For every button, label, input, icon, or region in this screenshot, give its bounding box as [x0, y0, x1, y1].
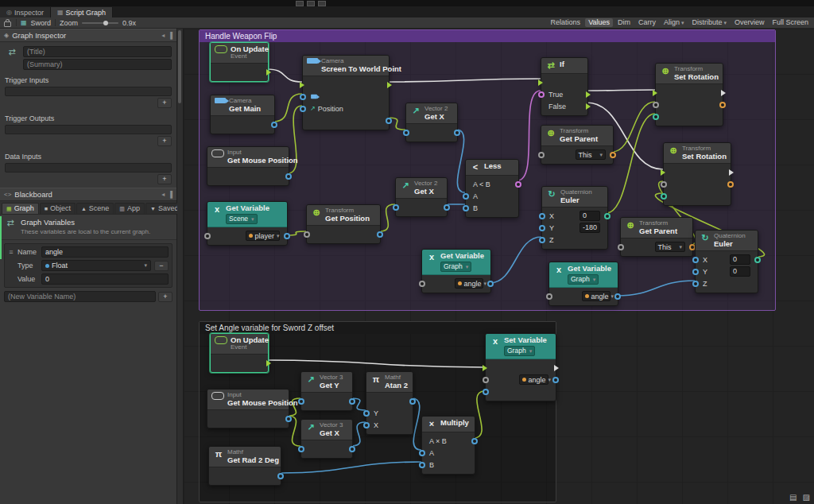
add-data-input-button[interactable]: +: [157, 174, 172, 184]
pin-icon[interactable]: ▐: [168, 32, 172, 39]
data-port[interactable]: [719, 102, 726, 108]
data-port[interactable]: [403, 130, 409, 136]
data-port[interactable]: [409, 398, 416, 405]
data-port[interactable]: [614, 293, 621, 300]
data-port[interactable]: [271, 122, 277, 128]
node-quaternion-euler-2[interactable]: ↻QuaternionEulerX0Y0Z: [695, 230, 758, 293]
flow-port[interactable]: [387, 82, 392, 88]
node-header[interactable]: ↻QuaternionEuler: [696, 231, 758, 251]
node-header[interactable]: ⊕TransformGet Parent: [621, 218, 692, 238]
toolbar-button-align[interactable]: Align ▾: [661, 18, 687, 27]
toolbar-button-dim[interactable]: Dim: [614, 18, 634, 27]
value-dropdown[interactable]: This▾: [655, 242, 686, 252]
flow-port[interactable]: [661, 169, 665, 176]
group-header[interactable]: Set Angle variable for Sword Z offset: [200, 322, 556, 334]
toolbar-icon[interactable]: [296, 1, 304, 6]
variable-type-dropdown[interactable]: Float ▾: [41, 260, 151, 271]
node-vector2-get-x-2[interactable]: ↗Vector 2Get X: [395, 177, 448, 217]
data-port[interactable]: [471, 438, 478, 444]
data-port[interactable]: [653, 114, 659, 120]
data-port[interactable]: [419, 450, 425, 456]
node-get-variable-angle-1[interactable]: xGet VariableGraph▾angle▾: [421, 249, 491, 293]
node-screen-to-world-point[interactable]: CameraScreen To World Point↗Position: [302, 55, 390, 130]
graph-summary-input[interactable]: (Summary): [23, 59, 172, 70]
flow-port[interactable]: [653, 90, 657, 96]
node-set-variable-angle[interactable]: xSet VariableGraph▾angle▾: [485, 333, 556, 401]
flow-port[interactable]: [721, 90, 726, 96]
flow-port[interactable]: [266, 360, 271, 366]
node-transform-get-parent-1[interactable]: ⊕TransformGet ParentThis▾: [541, 125, 614, 165]
node-get-mouse-position-1[interactable]: InputGet Mouse Position: [207, 146, 289, 186]
data-port[interactable]: [692, 257, 699, 263]
data-port[interactable]: [300, 94, 306, 100]
data-port[interactable]: [298, 398, 304, 405]
data-port[interactable]: [285, 416, 292, 422]
flow-port[interactable]: [586, 91, 591, 98]
data-port[interactable]: [298, 446, 304, 452]
node-header[interactable]: ⊕TransformSet Rotation: [664, 143, 731, 164]
node-header[interactable]: CameraGet Main: [211, 95, 274, 116]
lock-icon[interactable]: [4, 21, 11, 27]
graph-title-input[interactable]: (Title): [23, 46, 172, 57]
pin-icon[interactable]: ▐: [168, 191, 172, 198]
node-get-mouse-position-2[interactable]: InputGet Mouse Position: [207, 389, 289, 428]
variable-scope-dropdown[interactable]: Graph▾: [568, 274, 599, 285]
sidebar-scrollbar[interactable]: [177, 29, 184, 504]
data-port[interactable]: [692, 269, 699, 275]
toolbar-button-distribute[interactable]: Distribute ▾: [688, 18, 729, 27]
dock-icon[interactable]: ◂: [161, 32, 165, 39]
toolbar-button-carry[interactable]: Carry: [635, 18, 659, 27]
data-port[interactable]: [386, 118, 392, 124]
scrollbar-thumb[interactable]: [178, 30, 181, 103]
node-vector2-get-x-1[interactable]: ↗Vector 2Get X: [405, 103, 458, 142]
data-port[interactable]: [618, 244, 624, 250]
node-header[interactable]: InputGet Mouse Position: [207, 147, 289, 168]
node-multiply[interactable]: ×MultiplyA × BAB: [421, 416, 475, 475]
toolbar-button-full-screen[interactable]: Full Screen: [769, 18, 812, 27]
node-header[interactable]: xGet VariableGraph▾: [422, 250, 490, 275]
add-trigger-input-button[interactable]: +: [157, 98, 172, 108]
data-port[interactable]: [277, 473, 284, 479]
data-port[interactable]: [538, 152, 545, 158]
node-header[interactable]: xGet VariableGraph▾: [549, 262, 618, 288]
node-header[interactable]: xGet VariableScene▾: [207, 202, 287, 227]
toolbar-button-overview[interactable]: Overview: [731, 18, 768, 27]
node-transform-get-position[interactable]: ⊕TransformGet Position: [306, 204, 381, 244]
value-dropdown[interactable]: angle▾: [582, 291, 611, 301]
flow-port[interactable]: [300, 82, 304, 88]
node-header[interactable]: πMathfAtan 2: [366, 372, 413, 393]
zoom-slider-thumb[interactable]: [103, 21, 108, 25]
add-variable-button[interactable]: +: [158, 292, 172, 302]
add-trigger-output-button[interactable]: +: [157, 136, 172, 146]
notifications-icon[interactable]: ▨: [803, 493, 810, 502]
node-header[interactable]: ⊕TransformGet Position: [307, 205, 380, 226]
data-port[interactable]: [661, 193, 667, 200]
data-port[interactable]: [539, 237, 545, 243]
tab-script-graph[interactable]: ▦ Script Graph: [51, 7, 113, 17]
node-transform-set-rotation-1[interactable]: ⊕TransformSet Rotation: [655, 63, 723, 126]
node-quaternion-euler-1[interactable]: ↻QuaternionEulerX0Y-180Z: [541, 186, 608, 250]
graph-breadcrumb[interactable]: Sword: [31, 19, 52, 27]
node-header[interactable]: ⇄If: [541, 58, 587, 74]
node-header[interactable]: xSet VariableGraph▾: [486, 334, 556, 359]
data-port[interactable]: [363, 422, 370, 428]
group-header[interactable]: Handle Weapon Flip: [200, 30, 775, 42]
node-mathf-atan-2[interactable]: πMathfAtan 2YX: [366, 371, 413, 435]
data-port[interactable]: [483, 389, 489, 395]
node-header[interactable]: ↗Vector 3Get Y: [301, 372, 352, 393]
data-port[interactable]: [349, 398, 355, 405]
node-camera-get-main[interactable]: CameraGet Main: [210, 95, 275, 134]
node-header[interactable]: CameraScreen To World Point: [303, 56, 389, 76]
data-port[interactable]: [546, 293, 552, 300]
node-header[interactable]: ↻QuaternionEuler: [542, 187, 607, 207]
variable-value-input[interactable]: 0: [41, 273, 169, 285]
zoom-slider[interactable]: [82, 22, 118, 24]
data-port[interactable]: [444, 204, 450, 211]
toolbar-button-values[interactable]: Values: [585, 18, 613, 27]
variable-scope-dropdown[interactable]: Graph▾: [440, 262, 471, 272]
node-header[interactable]: ×Multiply: [422, 417, 475, 432]
variable-name-input[interactable]: angle: [41, 246, 169, 258]
console-icon[interactable]: ▤: [789, 493, 797, 502]
data-port[interactable]: [284, 233, 290, 239]
value-input[interactable]: 0: [579, 211, 600, 221]
